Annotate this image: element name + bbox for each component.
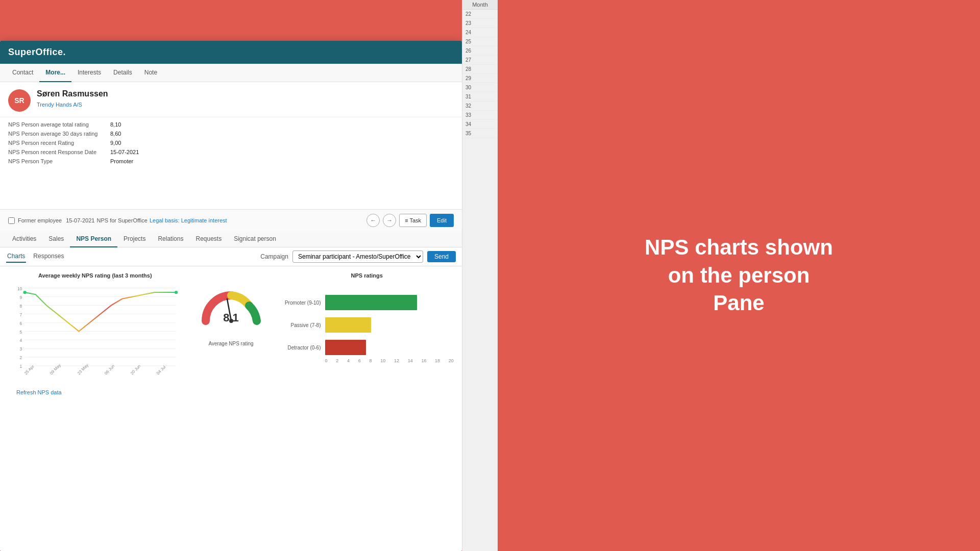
cal-row-24: 24	[462, 28, 498, 37]
former-employee-checkbox[interactable]	[8, 217, 15, 224]
bar-x-18: 18	[435, 358, 440, 363]
sub-tab-responses[interactable]: Responses	[32, 251, 65, 263]
contact-footer: Former employee 15-07-2021 NPS for Super…	[0, 209, 462, 231]
task-button[interactable]: ≡ Task	[399, 214, 427, 227]
nps-label-4: NPS Person recent Response Date	[8, 149, 110, 155]
svg-text:5: 5	[20, 330, 22, 335]
tab-note[interactable]: Note	[138, 64, 163, 82]
tab-more[interactable]: More...	[39, 64, 71, 82]
bar-row-detractor: Detractor (0-6)	[280, 340, 454, 355]
svg-point-21	[175, 291, 178, 294]
bar-x-4: 4	[347, 358, 350, 363]
nav-next-button[interactable]: →	[383, 214, 396, 227]
footer-date: 15-07-2021	[66, 217, 94, 223]
cal-row-34: 34	[462, 120, 498, 129]
tab-interests[interactable]: Interests	[71, 64, 107, 82]
nps-value-4: 15-07-2021	[110, 149, 139, 155]
bar-x-14: 14	[408, 358, 413, 363]
nps-row-5: NPS Person Type Promoter	[8, 158, 454, 164]
edit-button[interactable]: Edit	[430, 214, 454, 227]
svg-text:4: 4	[20, 338, 22, 343]
campaign-label: Campaign	[260, 253, 288, 260]
nps-sub-tabs: Charts Responses Campaign Seminar partic…	[0, 247, 462, 266]
nps-value-2: 8,60	[110, 131, 121, 137]
bar-x-12: 12	[394, 358, 399, 363]
nps-label-5: NPS Person Type	[8, 158, 110, 164]
tab-contact[interactable]: Contact	[6, 64, 39, 82]
tab-projects[interactable]: Projects	[117, 231, 152, 247]
footer-nps-text: NPS for SuperOffice	[96, 217, 147, 223]
nps-panel: Charts Responses Campaign Seminar partic…	[0, 247, 462, 551]
bar-label-promoter: Promoter (9-10)	[280, 300, 321, 306]
footer-legal-link[interactable]: Legal basis: Legitimate interest	[150, 217, 227, 223]
cal-row-32: 32	[462, 102, 498, 111]
bar-chart: Promoter (9-10) Passive (7-8) Detractor …	[280, 295, 454, 355]
annotation-text: NPS charts shown on the person Pane	[642, 234, 836, 317]
campaign-select[interactable]: Seminar participant - Amesto/SuperOffice	[292, 251, 423, 263]
cal-row-27: 27	[462, 56, 498, 65]
cal-row-23: 23	[462, 19, 498, 28]
right-calendar-panel: Month 22 23 24 25 26 27 28 29 30 31 32 3…	[462, 0, 498, 551]
cal-row-22: 22	[462, 10, 498, 19]
svg-text:3: 3	[20, 346, 22, 352]
charts-area: Average weekly NPS rating (last 3 months…	[0, 266, 462, 551]
company-link[interactable]: Trendy Hands A/S	[37, 102, 82, 108]
tab-signicat[interactable]: Signicat person	[228, 231, 282, 247]
nps-label-1: NPS Person average total rating	[8, 121, 110, 128]
avatar: SR	[8, 89, 31, 112]
svg-text:8: 8	[20, 304, 22, 309]
refresh-link[interactable]: Refresh NPS data	[8, 387, 182, 397]
cal-row-31: 31	[462, 92, 498, 102]
bar-chart-section: NPS ratings Promoter (9-10) Passive (7-8…	[280, 272, 454, 545]
bar-x-16: 16	[421, 358, 426, 363]
send-button[interactable]: Send	[427, 251, 456, 262]
bar-x-8: 8	[369, 358, 372, 363]
tab-sales[interactable]: Sales	[42, 231, 70, 247]
gauge-section: 8.1 Average NPS rating	[190, 272, 272, 545]
nps-fields: NPS Person average total rating 8,10 NPS…	[0, 117, 462, 209]
svg-text:9: 9	[20, 295, 22, 300]
tab-requests[interactable]: Requests	[189, 231, 228, 247]
nps-row-3: NPS Person recent Rating 9,00	[8, 140, 454, 146]
tab-nps-person[interactable]: NPS Person	[70, 231, 117, 247]
bar-promoter	[325, 295, 417, 310]
nps-value-3: 9,00	[110, 140, 121, 146]
nps-row-1: NPS Person average total rating 8,10	[8, 121, 454, 128]
bar-chart-title: NPS ratings	[280, 272, 454, 279]
cal-row-28: 28	[462, 65, 498, 74]
bar-label-detractor: Detractor (0-6)	[280, 345, 321, 350]
svg-text:10: 10	[17, 286, 22, 291]
nav-prev-button[interactable]: ←	[366, 214, 380, 227]
bar-x-0: 0	[325, 358, 328, 363]
bar-row-promoter: Promoter (9-10)	[280, 295, 454, 310]
tab-details[interactable]: Details	[107, 64, 138, 82]
tab-activities[interactable]: Activities	[6, 231, 42, 247]
tab-relations[interactable]: Relations	[152, 231, 189, 247]
contact-tabs: Contact More... Interests Details Note	[0, 64, 462, 82]
line-chart: 10 9 8 7 6 5 4 3 2 1	[8, 283, 182, 374]
cal-row-33: 33	[462, 111, 498, 120]
contact-name-block: Søren Rasmussen Trendy Hands A/S	[37, 89, 108, 109]
bar-x-10: 10	[380, 358, 385, 363]
gauge-value: 8.1	[223, 311, 239, 324]
gauge-label: Average NPS rating	[208, 341, 253, 346]
bar-passive	[325, 317, 371, 333]
cal-row-29: 29	[462, 74, 498, 83]
former-employee-label: Former employee	[18, 217, 62, 223]
svg-point-20	[23, 291, 26, 294]
sub-tab-charts[interactable]: Charts	[6, 251, 26, 263]
bar-detractor	[325, 340, 366, 355]
line-chart-title: Average weekly NPS rating (last 3 months…	[8, 272, 182, 279]
nps-label-2: NPS Person average 30 days rating	[8, 131, 110, 137]
contact-name: Søren Rasmussen	[37, 89, 108, 98]
nps-row-2: NPS Person average 30 days rating 8,60	[8, 131, 454, 137]
right-cal-header: Month	[462, 0, 498, 10]
cal-row-30: 30	[462, 83, 498, 92]
bar-label-passive: Passive (7-8)	[280, 322, 321, 328]
nps-row-4: NPS Person recent Response Date 15-07-20…	[8, 149, 454, 155]
bar-row-passive: Passive (7-8)	[280, 317, 454, 333]
contact-info: SR Søren Rasmussen Trendy Hands A/S	[0, 82, 462, 117]
app-header: SuperOffice.	[0, 41, 462, 64]
bar-x-6: 6	[358, 358, 361, 363]
cal-row-25: 25	[462, 37, 498, 46]
